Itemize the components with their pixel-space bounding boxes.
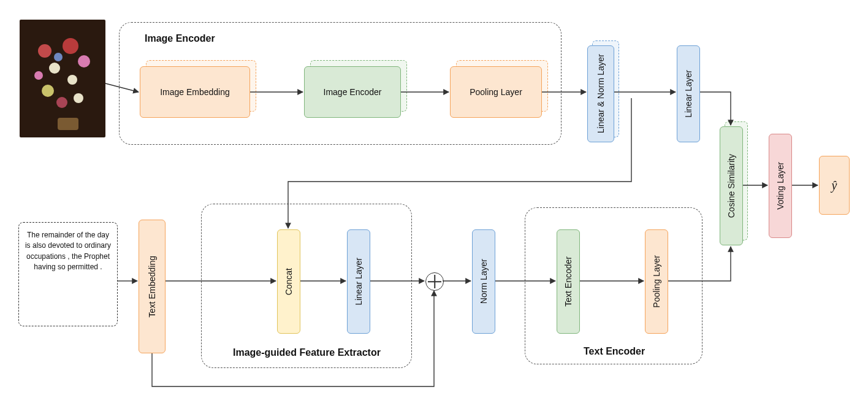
- input-image: [20, 20, 105, 137]
- block-image-pooling: Pooling Layer: [450, 66, 542, 118]
- group-text-encoder-title: Text Encoder: [584, 346, 645, 357]
- group-image-encoder-title: Image Encoder: [145, 33, 215, 44]
- block-label: Image Embedding: [160, 87, 230, 97]
- block-linear-layer-top: Linear Layer: [677, 45, 700, 142]
- block-image-encoder: Image Encoder: [304, 66, 401, 118]
- group-igfe-title: Image-guided Feature Extractor: [233, 347, 381, 358]
- block-label: Norm Layer: [479, 259, 489, 304]
- block-label: Linear Layer: [354, 258, 364, 305]
- block-text-pooling: Pooling Layer: [645, 229, 668, 334]
- block-label: Text Encoder: [563, 256, 573, 307]
- block-yhat: ŷ: [819, 156, 850, 215]
- diagram-canvas: The remainder of the day is also devoted…: [0, 0, 868, 411]
- block-norm-layer: Norm Layer: [472, 229, 495, 334]
- block-label: Pooling Layer: [470, 87, 522, 97]
- block-label: ŷ: [832, 179, 837, 193]
- input-text: The remainder of the day is also devoted…: [18, 222, 118, 326]
- block-concat: Concat: [277, 229, 300, 334]
- block-label: Pooling Layer: [652, 255, 661, 308]
- block-cosine: Cosine Similarity: [720, 126, 743, 245]
- block-linear-norm: Linear & Norm Layer: [587, 45, 614, 142]
- block-label: Image Encoder: [324, 87, 382, 97]
- block-linear-layer-bottom: Linear Layer: [347, 229, 370, 334]
- block-label: Text Embedding: [147, 256, 157, 317]
- block-label: Concat: [284, 268, 294, 295]
- oplus-icon: [425, 272, 444, 291]
- block-text-encoder: Text Encoder: [557, 229, 580, 334]
- group-igfe: [201, 204, 412, 368]
- group-text-encoder: [525, 207, 702, 364]
- block-label: Linear & Norm Layer: [596, 54, 606, 133]
- block-text-embedding: Text Embedding: [139, 220, 166, 353]
- block-label: Voting Layer: [775, 162, 785, 210]
- block-image-embedding: Image Embedding: [140, 66, 250, 118]
- block-label: Cosine Similarity: [726, 154, 736, 218]
- block-label: Linear Layer: [683, 70, 693, 118]
- block-voting: Voting Layer: [769, 134, 792, 238]
